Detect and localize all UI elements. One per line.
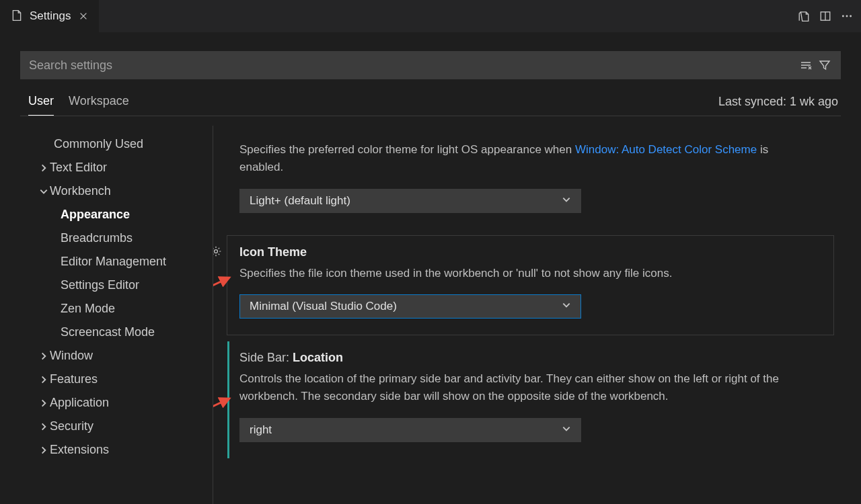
- gear-icon[interactable]: [213, 245, 223, 259]
- setting-description: Specifies the file icon theme used in th…: [239, 265, 798, 282]
- scope-tabs: User Workspace: [20, 94, 129, 116]
- toc-screencast-mode[interactable]: Screencast Mode: [20, 321, 213, 344]
- clear-search-icon[interactable]: [797, 56, 815, 74]
- close-icon[interactable]: [77, 10, 89, 22]
- toc-workbench[interactable]: Workbench: [20, 179, 213, 203]
- toc-window[interactable]: Window: [20, 344, 213, 368]
- select-icon-theme[interactable]: Minimal (Visual Studio Code): [239, 294, 581, 319]
- toc-breadcrumbs[interactable]: Breadcrumbs: [20, 226, 213, 250]
- chevron-down-icon: [38, 187, 50, 196]
- toc-commonly-used[interactable]: Commonly Used: [20, 132, 213, 156]
- split-editor-icon[interactable]: [815, 6, 835, 26]
- settings-content: Specifies the preferred color theme for …: [213, 126, 841, 504]
- toc-zen-mode[interactable]: Zen Mode: [20, 297, 213, 321]
- chevron-down-icon: [562, 194, 571, 208]
- setting-title: Icon Theme: [239, 245, 821, 259]
- search-input[interactable]: [29, 58, 797, 73]
- chevron-right-icon: [38, 446, 50, 455]
- chevron-right-icon: [38, 163, 50, 173]
- tab-title: Settings: [30, 9, 71, 23]
- link-auto-detect-color-scheme[interactable]: Window: Auto Detect Color Scheme: [575, 143, 757, 156]
- filter-icon[interactable]: [816, 56, 833, 74]
- scope-workspace[interactable]: Workspace: [69, 94, 129, 116]
- chevron-right-icon: [38, 398, 50, 408]
- svg-point-4: [215, 249, 218, 253]
- chevron-down-icon: [562, 300, 571, 313]
- toc-appearance[interactable]: Appearance: [20, 203, 213, 226]
- tab-bar: Settings: [0, 0, 861, 32]
- chevron-right-icon: [38, 422, 50, 431]
- svg-point-2: [846, 15, 848, 17]
- chevron-right-icon: [38, 351, 50, 361]
- toc-editor-management[interactable]: Editor Management: [20, 250, 213, 274]
- select-value: Light+ (default light): [250, 194, 350, 208]
- setting-title: Side Bar: Location: [239, 351, 821, 365]
- tabbar-actions: [794, 0, 857, 32]
- select-value: Minimal (Visual Studio Code): [250, 300, 397, 313]
- toc-extensions[interactable]: Extensions: [20, 438, 213, 462]
- settings-toc: Commonly Used Text Editor Workbench Appe…: [20, 126, 213, 504]
- toc-features[interactable]: Features: [20, 368, 213, 391]
- tab-settings[interactable]: Settings: [0, 0, 100, 32]
- toc-text-editor[interactable]: Text Editor: [20, 156, 213, 179]
- file-icon: [11, 9, 23, 24]
- setting-description: Controls the location of the primary sid…: [239, 370, 798, 406]
- scope-user[interactable]: User: [28, 94, 54, 116]
- chevron-right-icon: [38, 375, 50, 384]
- select-sidebar-location[interactable]: right: [239, 418, 581, 442]
- toc-security[interactable]: Security: [20, 415, 213, 438]
- select-light-theme[interactable]: Light+ (default light): [239, 189, 581, 213]
- select-value: right: [250, 423, 272, 437]
- svg-point-1: [842, 15, 844, 17]
- chevron-down-icon: [562, 423, 571, 437]
- more-actions-icon[interactable]: [837, 6, 857, 26]
- setting-icon-theme: Icon Theme Specifies the file icon theme…: [227, 235, 834, 335]
- setting-preferred-light-theme: Specifies the preferred color theme for …: [227, 135, 834, 230]
- settings-search[interactable]: [20, 51, 841, 79]
- toc-application[interactable]: Application: [20, 391, 213, 415]
- open-changes-icon[interactable]: [794, 6, 814, 26]
- toc-settings-editor[interactable]: Settings Editor: [20, 274, 213, 297]
- setting-description: Specifies the preferred color theme for …: [239, 141, 798, 177]
- setting-sidebar-location: Side Bar: Location Controls the location…: [227, 341, 834, 459]
- svg-point-3: [850, 15, 852, 17]
- sync-status[interactable]: Last synced: 1 wk ago: [718, 95, 841, 116]
